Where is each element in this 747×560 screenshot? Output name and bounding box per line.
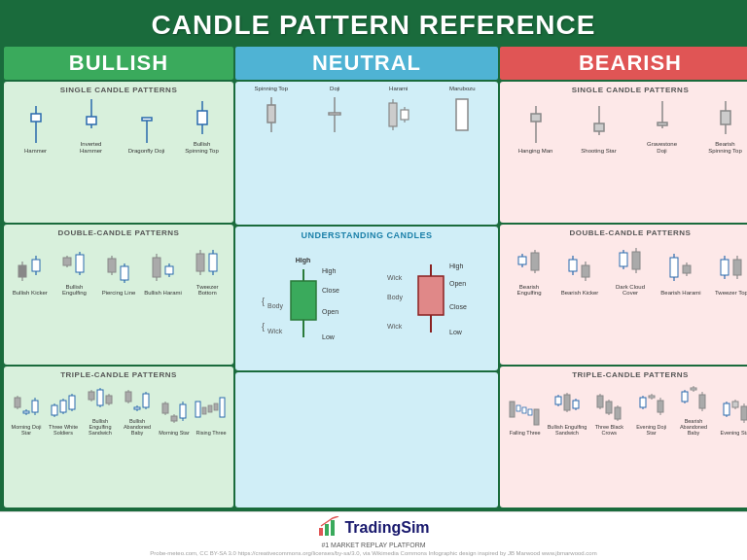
svg-rect-73: [134, 407, 140, 409]
trading-logo-icon: [317, 516, 340, 540]
svg-text:Close: Close: [322, 287, 339, 294]
gravestone-doji-label: Gravestone Doji: [642, 141, 683, 154]
svg-rect-186: [606, 402, 612, 413]
svg-text:Open: Open: [449, 280, 466, 288]
svg-rect-46: [23, 411, 29, 413]
bullish-triple-card: TRIPLE-CANDLE PATTERNS Mor: [4, 367, 233, 508]
svg-text:Close: Close: [449, 303, 467, 310]
svg-rect-43: [15, 398, 20, 407]
bullish-column: BULLISH SINGLE CANDLE PATTERNS Hammer: [4, 47, 233, 508]
svg-rect-160: [683, 265, 691, 273]
svg-rect-220: [331, 520, 335, 536]
pattern-bearish-engulfing: Bearish Engulfing: [505, 240, 553, 297]
pattern-evening-star: Evening Star: [716, 394, 747, 436]
bullish-single-card: SINGLE CANDLE PATTERNS Hammer: [4, 82, 233, 223]
marubozu-label: Marubozu: [449, 86, 476, 92]
svg-rect-151: [620, 253, 627, 266]
bearish-double-card: DOUBLE-CANDLE PATTERNS Bearish Engulfing: [500, 225, 747, 366]
svg-rect-180: [573, 401, 579, 408]
dark-cloud-cover-label: Dark Cloud Cover: [610, 284, 651, 297]
morning-doji-star-label: Morning Doji Star: [9, 424, 44, 436]
pattern-dragonfly-doji: Dragonfly Doji: [120, 104, 173, 155]
pattern-dark-cloud-cover: Dark Cloud Cover: [606, 240, 655, 297]
bullish-double-card: DOUBLE-CANDLE PATTERNS Bullish Kicker: [4, 225, 233, 366]
svg-rect-163: [721, 260, 729, 275]
rising-three-label: Rising Three: [196, 430, 226, 436]
svg-rect-148: [582, 265, 589, 277]
brand-name: TradingSim: [344, 519, 429, 537]
pattern-bearish-harami: Bearish Harami: [657, 246, 705, 297]
svg-rect-13: [18, 265, 26, 277]
tweezer-bottom-label: Tweezer Bottom: [187, 284, 228, 297]
svg-rect-37: [196, 254, 204, 271]
svg-rect-89: [208, 405, 212, 412]
svg-rect-166: [733, 260, 741, 275]
bearish-harami-label: Bearish Harami: [660, 290, 700, 297]
pattern-bearish-spinning-top: Bearish Spinning Top: [694, 97, 747, 154]
bullish-single-patterns: Hammer Inverted Hammer: [9, 97, 229, 154]
understanding-title: UNDERSTANDING CANDLES: [241, 230, 492, 240]
svg-rect-171: [528, 409, 532, 415]
svg-rect-87: [196, 402, 200, 417]
pattern-harami: Harami: [368, 86, 430, 136]
pattern-bullish-spinning-top: Bullish Spinning Top: [175, 97, 229, 154]
bullish-candle-label: High: [296, 257, 311, 263]
svg-rect-79: [162, 403, 168, 413]
svg-rect-67: [106, 396, 112, 403]
svg-rect-28: [121, 266, 128, 280]
svg-text:Body: Body: [387, 294, 403, 301]
svg-rect-117: [418, 276, 444, 315]
pattern-tweezer-bottom: Tweezer Bottom: [186, 240, 229, 297]
svg-rect-4: [87, 117, 96, 124]
bearish-single-card: SINGLE CANDLE PATTERNS Hanging Man: [500, 82, 747, 223]
pattern-bullish-engulfing: Bullish Engulfing: [53, 240, 96, 297]
evening-doji-star-label: Evening Doji Star: [631, 424, 671, 436]
neutral-single-patterns: Spinning Top Doji: [240, 86, 493, 136]
svg-rect-34: [165, 266, 173, 274]
pattern-evening-doji-star: Evening Doji Star: [631, 388, 671, 436]
bearish-spinning-top-label: Bearish Spinning Top: [705, 141, 746, 154]
svg-rect-10: [197, 111, 207, 124]
svg-text:Open: Open: [322, 308, 338, 316]
footer: TradingSim #1 MARKET REPLAY PLATFORM Pro…: [0, 511, 747, 560]
svg-rect-189: [615, 407, 621, 419]
candle-diagram: High High Close Open Low { Body: [241, 243, 492, 366]
svg-rect-145: [569, 260, 577, 271]
pattern-bearish-kicker: Bearish Kicker: [555, 246, 604, 297]
bullish-candle-diagram: High Close Open Low { Body { Wick: [260, 265, 347, 353]
pattern-tweezer-top: Tweezer Top: [707, 246, 747, 297]
shooting-star-label: Shooting Star: [581, 148, 616, 155]
pattern-marubozu: Marubozu: [432, 86, 494, 136]
svg-rect-64: [97, 390, 103, 405]
svg-rect-142: [531, 253, 539, 270]
main-content: BULLISH SINGLE CANDLE PATTERNS Hammer: [0, 47, 747, 511]
svg-rect-49: [32, 401, 38, 412]
svg-rect-91: [220, 398, 225, 417]
bullish-kicker-label: Bullish Kicker: [13, 290, 48, 297]
pattern-shooting-star: Shooting Star: [568, 104, 629, 155]
bearish-kicker-label: Bearish Kicker: [561, 290, 599, 297]
svg-rect-172: [534, 409, 539, 425]
attribution: Probe-meteo.com, CC BY-SA 3.0 https://cr…: [150, 550, 596, 556]
bullish-header: BULLISH: [4, 47, 233, 80]
svg-rect-25: [108, 259, 116, 272]
bearish-double-patterns: Bearish Engulfing Bearish Kicker: [505, 240, 747, 297]
svg-rect-127: [531, 114, 541, 122]
bullish-single-title: SINGLE CANDLE PATTERNS: [9, 86, 229, 94]
svg-rect-76: [143, 394, 149, 407]
svg-rect-136: [721, 111, 730, 124]
svg-rect-139: [518, 257, 526, 264]
svg-rect-177: [564, 395, 570, 410]
brand-tagline: #1 MARKET REPLAY PLATFORM: [321, 542, 425, 548]
dragonfly-doji-label: Dragonfly Doji: [128, 148, 165, 155]
svg-rect-195: [649, 396, 655, 398]
svg-rect-106: [291, 281, 316, 320]
svg-rect-93: [267, 105, 275, 122]
morning-star-label: Morning Star: [159, 430, 190, 436]
svg-rect-170: [522, 407, 526, 413]
brand-logo: TradingSim: [317, 516, 429, 540]
svg-rect-210: [724, 403, 729, 415]
bullish-abandoned-baby-label: Bullish Abandoned Baby: [120, 418, 155, 436]
svg-rect-70: [125, 392, 131, 402]
tweezer-top-label: Tweezer Top: [715, 290, 747, 297]
